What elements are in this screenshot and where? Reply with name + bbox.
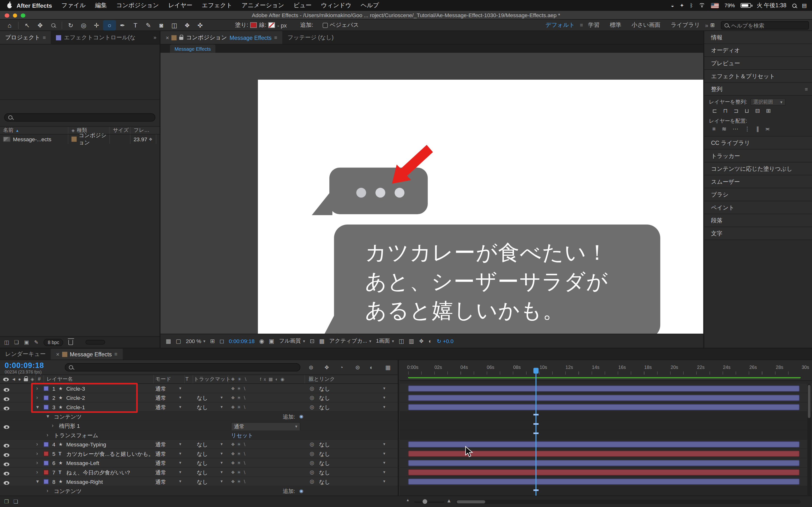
fill-color-swatch[interactable]: [250, 22, 257, 28]
layer-switches[interactable]: ❖☀∖: [231, 384, 248, 393]
control-center-icon[interactable]: ▤: [802, 3, 807, 8]
track-text-katsu-curry[interactable]: [400, 449, 812, 458]
column-size[interactable]: サイズ: [110, 127, 131, 134]
layer-name[interactable]: Message-Right: [66, 477, 103, 487]
puppet-pin-tool-icon[interactable]: ✜: [194, 20, 207, 31]
property-row-transform[interactable]: › トランスフォーム リセット: [0, 431, 398, 440]
distribute-bottom-icon[interactable]: ⋯: [733, 126, 739, 132]
menu-file[interactable]: ファイル: [57, 1, 90, 9]
composition-mini-flowchart-icon[interactable]: ⊚: [309, 364, 313, 371]
magnification-dropdown[interactable]: 200 %▾: [186, 338, 205, 344]
menu-edit[interactable]: 編集: [90, 1, 112, 9]
parent-pickwhip-icon[interactable]: ◎: [310, 458, 314, 468]
menubar-clock[interactable]: 火 午後1:38: [757, 1, 786, 9]
window-minimize-button[interactable]: [13, 13, 17, 18]
current-timecode[interactable]: 0:00:09:18 00234 (23.976 fps): [5, 361, 44, 375]
graph-editor-icon[interactable]: ▦: [385, 364, 391, 371]
track-circle-2[interactable]: [400, 393, 812, 403]
timeline-zoom-slider[interactable]: [414, 501, 444, 502]
grid-guides-icon[interactable]: ▦: [166, 338, 171, 344]
column-number[interactable]: #: [38, 375, 41, 383]
contents-group-label[interactable]: コンテンツ: [54, 412, 82, 421]
layer-switches[interactable]: ❖☀∖: [231, 477, 248, 487]
motion-blur-icon[interactable]: ◐: [370, 364, 373, 371]
menu-composition[interactable]: コンポジション: [112, 1, 164, 9]
distribute-vertical-center-icon[interactable]: ≋: [722, 126, 727, 132]
track-message-right[interactable]: [400, 477, 812, 487]
apple-menu-icon[interactable]: [7, 3, 12, 8]
track-circle-1[interactable]: [400, 402, 812, 412]
shy-layers-icon[interactable]: ◔: [340, 364, 343, 371]
layer-visibility-eye-icon[interactable]: [4, 406, 9, 410]
layer-switches[interactable]: ❖☀∖: [231, 440, 248, 449]
layer-row-circle-1[interactable]: ▾ 3 ★ Circle-1 通常▾ なし▾ ❖☀∖ ◎ なし▾: [0, 402, 398, 412]
layer-row-message-typing[interactable]: › 4 ★ Message-Typing 通常▾ なし▾ ❖☀∖ ◎ なし▾: [0, 440, 398, 449]
layer-label-chip[interactable]: [44, 442, 49, 447]
preview-screen-icon[interactable]: ▢: [176, 338, 181, 344]
panel-tab-content-aware-fill[interactable]: コンテンツに応じた塗りつぶし: [704, 163, 812, 175]
group-expand-chevron[interactable]: ▾: [47, 412, 49, 421]
layer-expand-chevron[interactable]: ›: [36, 468, 38, 477]
window-close-button[interactable]: [5, 13, 9, 18]
tab-overflow-chevron[interactable]: »: [150, 31, 159, 44]
workspace-bar-icon[interactable]: ⊞: [710, 22, 715, 28]
mask-toggle-icon[interactable]: ⊞: [210, 338, 215, 344]
track-message-left[interactable]: [400, 458, 812, 468]
parent-dropdown[interactable]: なし▾: [319, 477, 385, 487]
layer-expand-chevron[interactable]: ›: [36, 384, 38, 393]
column-framerate[interactable]: フレ…: [131, 127, 156, 134]
layer-switches[interactable]: ❖☀∖: [231, 402, 248, 412]
playhead-line[interactable]: [536, 368, 536, 496]
rotate-tool-icon[interactable]: ↻: [64, 20, 77, 31]
ellipse-group-label[interactable]: 楕円形 1: [59, 421, 80, 431]
layer-visibility-eye-icon[interactable]: [4, 397, 9, 401]
timeline-search-box[interactable]: [65, 363, 300, 371]
layer-name[interactable]: Message-Typing: [66, 440, 106, 449]
project-item-name[interactable]: Message-...ects: [13, 136, 51, 143]
video-column-eye-icon[interactable]: [3, 378, 9, 381]
render-toggle-icon-1[interactable]: ❐: [4, 499, 9, 505]
column-layer-name[interactable]: レイヤー名: [47, 375, 73, 383]
layer-switches-column-icons-2[interactable]: fx▦◐◉: [260, 375, 287, 383]
workspace-small-screen[interactable]: 小さい画面: [626, 21, 666, 29]
tab-footage[interactable]: フッテージ (なし): [282, 31, 339, 44]
property-row-ellipse[interactable]: › 楕円形 1 通常▾: [0, 421, 398, 431]
layer-expand-chevron[interactable]: ›: [36, 393, 38, 403]
column-track-matte[interactable]: トラックマット: [194, 375, 231, 383]
parent-dropdown[interactable]: なし▾: [319, 458, 385, 468]
layer-label-chip[interactable]: [44, 395, 49, 400]
panel-tab-paint[interactable]: ペイント: [704, 201, 812, 214]
exposure-control[interactable]: ↻ +0.0: [437, 338, 454, 344]
parent-pickwhip-icon[interactable]: ◎: [310, 440, 314, 449]
roto-brush-tool-icon[interactable]: ❖: [181, 20, 194, 31]
group-expand-chevron[interactable]: ›: [47, 431, 48, 440]
ellipse-shape-tool-icon[interactable]: ○: [103, 20, 116, 31]
layer-name[interactable]: Circle-1: [66, 402, 85, 412]
layer-switches[interactable]: ❖☀∖: [231, 458, 248, 468]
column-name[interactable]: 名前▲: [0, 127, 68, 134]
track-matte-dropdown[interactable]: なし▾: [197, 449, 222, 458]
workspace-libraries[interactable]: ライブラリ: [666, 21, 705, 29]
layer-switches[interactable]: ❖☀∖: [231, 468, 248, 477]
layer-visibility-eye-icon[interactable]: [4, 388, 9, 392]
wifi-icon[interactable]: [699, 3, 705, 8]
blend-mode-dropdown[interactable]: 通常▾: [155, 402, 181, 412]
trash-icon[interactable]: [68, 340, 73, 345]
transform-group-label[interactable]: トランスフォーム: [54, 431, 98, 440]
layer-switches[interactable]: ❖☀∖: [231, 393, 248, 403]
layer-switches[interactable]: ❖☀∖: [231, 449, 248, 458]
blend-mode-dropdown[interactable]: 通常▾: [155, 440, 181, 449]
home-tool-icon[interactable]: ⌂: [3, 20, 16, 31]
layer-row-text-katsu-curry[interactable]: › 5 T カツカレーが食...ると嬉しいかも。 通常▾ なし▾ ❖☀∖ ◎ な…: [0, 449, 398, 458]
render-toggle-icon-2[interactable]: ❏: [13, 499, 18, 505]
layer-row-message-left[interactable]: › 6 ★ Message-Left 通常▾ なし▾ ❖☀∖ ◎ なし▾: [0, 458, 398, 468]
panel-menu-icon[interactable]: ≡: [274, 35, 277, 41]
solo-column-icon[interactable]: ●: [18, 375, 21, 383]
timeline-zoom-slider-thumb[interactable]: [423, 499, 427, 504]
viewer-tab[interactable]: Message Effects: [170, 44, 215, 53]
layer-duration-bar[interactable]: [408, 469, 800, 475]
layer-expand-chevron[interactable]: ›: [36, 440, 38, 449]
layer-label-chip[interactable]: [44, 460, 49, 465]
time-ruler[interactable]: 0:00s 02s 04s 06s 08s 10s 12s 14s 16s 18…: [400, 360, 812, 381]
layer-label-chip[interactable]: [44, 451, 49, 456]
